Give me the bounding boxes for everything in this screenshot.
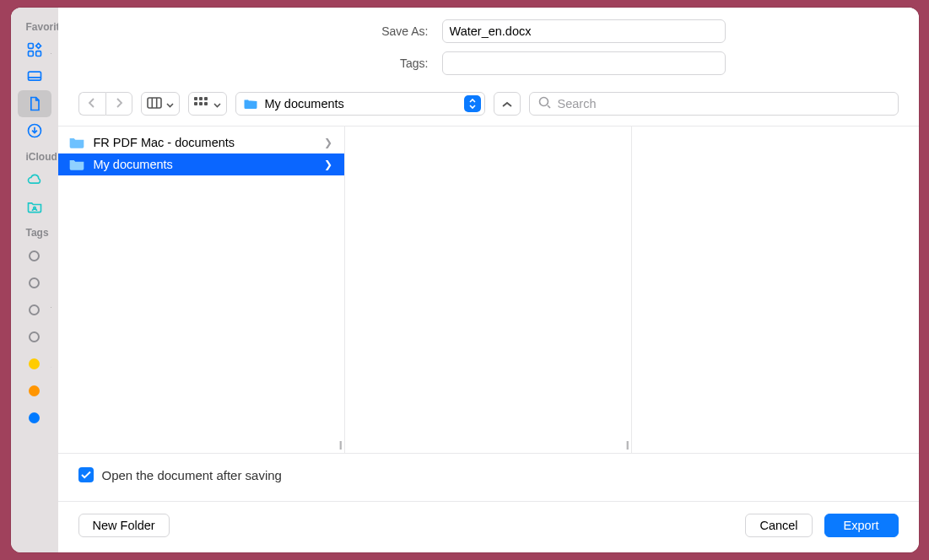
main-panel: Save As: Tags: bbox=[58, 8, 919, 552]
tag-circle-icon bbox=[26, 382, 43, 399]
shared-folder-icon bbox=[26, 198, 43, 215]
folder-row-label: FR PDF Mac - documents bbox=[94, 136, 235, 149]
chevron-right-icon: ❯ bbox=[324, 137, 332, 148]
browser-column-2[interactable] bbox=[632, 127, 919, 453]
svg-rect-0 bbox=[28, 44, 33, 49]
folder-row-label: My documents bbox=[94, 158, 173, 171]
svg-rect-9 bbox=[204, 97, 208, 100]
folder-row[interactable]: My documents ❯ bbox=[58, 153, 344, 175]
chevron-right-icon bbox=[115, 97, 123, 110]
apps-icon bbox=[26, 41, 43, 58]
location-label: My documents bbox=[265, 97, 457, 110]
sidebar-tag-orange[interactable]: Оранжев… bbox=[18, 377, 51, 404]
grid-group-icon bbox=[194, 97, 209, 111]
sidebar-tag-german[interactable]: German bbox=[18, 242, 51, 269]
svg-rect-1 bbox=[28, 51, 33, 57]
sidebar-tag-kkkkkk[interactable]: kkkkkk bbox=[18, 269, 51, 296]
dialog-footer: New Folder Cancel Export bbox=[58, 502, 919, 552]
nav-segment bbox=[78, 92, 132, 116]
sidebar-tag-to-trash[interactable]: to trash bbox=[18, 296, 51, 323]
sidebar-item-documents[interactable]: Documents bbox=[18, 90, 51, 117]
save-as-label: Save As: bbox=[251, 24, 429, 38]
folder-icon bbox=[68, 136, 85, 149]
doc-icon bbox=[26, 95, 43, 112]
new-folder-button[interactable]: New Folder bbox=[78, 514, 170, 537]
column-browser: FR PDF Mac - documents ❯ My documents ❯ … bbox=[58, 127, 919, 454]
path-up-button[interactable] bbox=[494, 92, 521, 116]
svg-rect-11 bbox=[199, 102, 203, 105]
folder-row[interactable]: FR PDF Mac - documents ❯ bbox=[58, 132, 344, 153]
folder-icon bbox=[68, 158, 85, 171]
chevron-down-icon bbox=[166, 97, 174, 110]
svg-rect-6 bbox=[148, 98, 161, 108]
chevron-up-icon bbox=[502, 97, 512, 110]
tag-circle-icon bbox=[26, 355, 43, 372]
sidebar-item-desktop[interactable]: Desktop bbox=[18, 63, 51, 90]
column-resize-handle[interactable]: || bbox=[339, 439, 341, 450]
desktop-icon bbox=[26, 68, 43, 85]
svg-rect-10 bbox=[194, 102, 197, 105]
tags-label: Tags: bbox=[251, 57, 429, 70]
search-input[interactable] bbox=[558, 97, 889, 110]
sidebar-item-icloud-drive[interactable]: iCloud Dri… bbox=[18, 166, 51, 193]
svg-rect-7 bbox=[194, 97, 197, 100]
cancel-button[interactable]: Cancel bbox=[745, 514, 812, 537]
tag-circle-icon bbox=[26, 247, 43, 264]
cloud-icon bbox=[26, 171, 43, 188]
open-after-save-checkbox[interactable]: Open the document after saving bbox=[78, 467, 899, 482]
chevron-down-icon bbox=[213, 97, 221, 110]
columns-icon bbox=[147, 97, 162, 111]
svg-rect-8 bbox=[199, 97, 203, 100]
tag-circle-icon bbox=[26, 274, 43, 291]
location-popup-button[interactable]: My documents bbox=[235, 92, 485, 116]
save-dialog-window: Favorites Applicati… Desktop Documents D… bbox=[11, 8, 919, 552]
sidebar-item-downloads[interactable]: Downloads bbox=[18, 117, 51, 144]
section-title-tags: Tags bbox=[18, 220, 51, 242]
sidebar: Favorites Applicati… Desktop Documents D… bbox=[11, 8, 58, 552]
sidebar-tag-lauren[interactable]: Lauren bbox=[18, 323, 51, 350]
checkbox-checked-icon bbox=[78, 467, 94, 482]
browser-column-1[interactable]: || bbox=[345, 127, 632, 453]
sidebar-item-applications[interactable]: Applicati… bbox=[18, 36, 51, 63]
view-columns-button[interactable] bbox=[141, 92, 180, 116]
tag-circle-icon bbox=[26, 328, 43, 345]
search-field[interactable] bbox=[529, 92, 899, 116]
save-as-form: Save As: Tags: bbox=[58, 8, 919, 89]
folder-icon bbox=[243, 98, 258, 110]
browser-toolbar: My documents bbox=[58, 89, 919, 127]
tags-input[interactable] bbox=[442, 51, 726, 75]
svg-point-13 bbox=[539, 97, 548, 105]
sidebar-tag-yellow[interactable]: Желтый bbox=[18, 350, 51, 377]
group-by-button[interactable] bbox=[188, 92, 227, 116]
section-title-favorites: Favorites bbox=[18, 14, 51, 36]
tag-circle-icon bbox=[26, 409, 43, 426]
tag-circle-icon bbox=[26, 301, 43, 318]
chevron-left-icon bbox=[88, 97, 96, 110]
svg-rect-12 bbox=[204, 102, 208, 105]
chevron-right-icon: ❯ bbox=[324, 159, 332, 170]
sidebar-item-shared[interactable]: Shared bbox=[18, 193, 51, 220]
export-button[interactable]: Export bbox=[824, 514, 899, 537]
sidebar-tag-blue[interactable]: Синий bbox=[18, 404, 51, 431]
svg-rect-3 bbox=[28, 72, 41, 80]
browser-column-0[interactable]: FR PDF Mac - documents ❯ My documents ❯ … bbox=[58, 127, 345, 453]
download-icon bbox=[26, 122, 43, 139]
save-as-input[interactable] bbox=[442, 19, 726, 43]
open-after-save-label: Open the document after saving bbox=[102, 468, 282, 482]
svg-rect-2 bbox=[35, 51, 41, 57]
search-icon bbox=[538, 96, 551, 112]
back-button[interactable] bbox=[78, 92, 105, 116]
column-resize-handle[interactable]: || bbox=[626, 439, 628, 450]
section-title-icloud: iCloud bbox=[18, 144, 51, 166]
forward-button[interactable] bbox=[105, 92, 132, 116]
options-area: Open the document after saving bbox=[58, 454, 919, 502]
up-down-icon bbox=[464, 95, 481, 112]
